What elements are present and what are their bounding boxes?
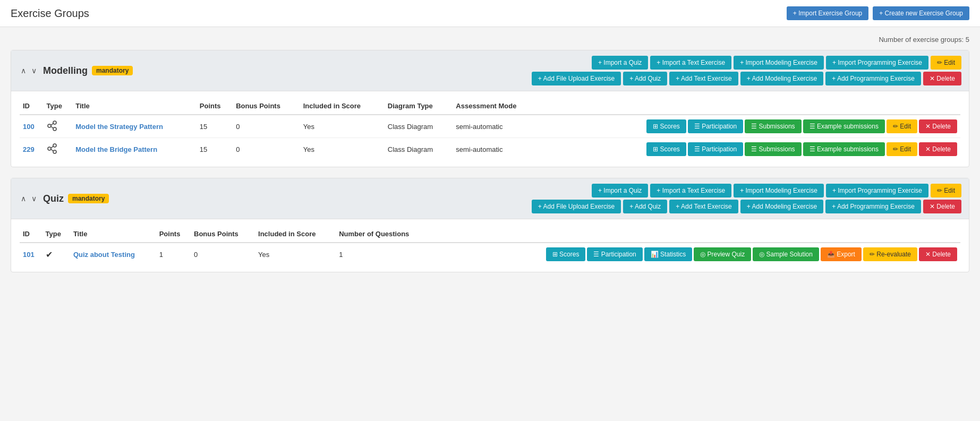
col-header-title: Title [70,226,156,243]
group-header-btn2-quiz-0[interactable]: + Add File Upload Exercise [532,200,621,213]
row-action-btn-0-3[interactable]: ◎ Preview Quiz [694,247,751,261]
svg-point-1 [53,121,56,124]
row-bonus-points: 0 [233,138,300,161]
row-action-btn-0-2[interactable]: 📊 Statistics [644,247,692,261]
row-included-in-score: Yes [300,138,385,161]
col-header-number-of-questions: Number of Questions [336,226,432,243]
row-action-btn-0-4[interactable]: ◎ Sample Solution [753,247,819,261]
group-header-btn2-quiz-3[interactable]: + Add Modeling Exercise [740,200,823,213]
row-id: 100 [20,115,44,138]
row-id: 229 [20,138,44,161]
row-included-in-score: Yes [300,115,385,138]
group-badge-modelling: mandatory [92,66,133,75]
row-action-btn-0-0[interactable]: ⊞ Scores [646,119,686,133]
row-action-btn-0-0[interactable]: ⊞ Scores [546,247,586,261]
group-title-quiz: Quiz [43,193,64,204]
group-title-modelling: Modelling [43,65,88,76]
group-header-btn2-modelling-3[interactable]: + Add Modeling Exercise [740,72,823,85]
create-group-button[interactable]: + Create new Exercise Group [873,6,969,20]
row-bonus-points: 0 [191,243,255,265]
row-action-btn-0-5[interactable]: ✕ Delete [919,119,957,133]
row-id: 101 [20,243,42,265]
group-header-btn2-modelling-5[interactable]: ✕ Delete [923,72,961,85]
group-header-btn2-quiz-5[interactable]: ✕ Delete [923,200,961,213]
col-header-included-in-score: Included in Score [300,98,385,115]
row-action-btn-0-3[interactable]: ☰ Example submissions [803,119,885,133]
row-action-btn-0-7[interactable]: ✕ Delete [919,247,957,261]
group-down-arrow-quiz[interactable]: ∨ [29,193,39,204]
svg-line-4 [51,126,53,128]
group-header-btn-modelling-3[interactable]: + Import Programming Exercise [826,56,928,70]
group-header-btn-quiz-0[interactable]: + Import a Quiz [592,184,648,197]
row-action-btn-0-1[interactable]: ☰ Participation [587,247,642,261]
row-title[interactable]: Quiz about Testing [70,243,156,265]
col-header-points: Points [197,98,233,115]
group-header-btn-modelling-2[interactable]: + Import Modeling Exercise [734,56,824,70]
svg-point-7 [53,150,56,153]
row-action-btn-1-4[interactable]: ✏ Edit [887,142,917,156]
svg-point-5 [48,147,51,150]
group-header-btn-modelling-0[interactable]: + Import a Quiz [592,56,648,70]
group-header-btn-quiz-3[interactable]: + Import Programming Exercise [826,184,928,197]
row-bonus-points: 0 [233,115,300,138]
group-header-btn2-modelling-2[interactable]: + Add Text Exercise [669,72,738,85]
group-down-arrow-modelling[interactable]: ∨ [29,65,39,76]
row-points: 15 [197,138,233,161]
row-action-btn-0-6[interactable]: ✏ Re-evaluate [863,247,917,261]
group-header-btn2-modelling-4[interactable]: + Add Programming Exercise [825,72,921,85]
svg-line-3 [51,123,53,125]
row-action-btn-1-0[interactable]: ⊞ Scores [646,142,686,156]
group-header-btn2-quiz-1[interactable]: + Add Quiz [623,200,667,213]
group-header-btn-modelling-1[interactable]: + Import a Text Exercise [650,56,731,70]
row-action-btn-1-2[interactable]: ☰ Submissions [745,142,801,156]
import-group-button[interactable]: + Import Exercise Group [787,6,868,20]
group-header-modelling: ∧∨Modellingmandatory+ Import a Quiz+ Imp… [11,50,969,91]
row-action-btn-0-2[interactable]: ☰ Submissions [745,119,801,133]
row-action-btn-1-3[interactable]: ☰ Example submissions [803,142,885,156]
row-type [44,115,73,138]
row-included-in-score: Yes [255,243,336,265]
row-num-questions: 1 [336,243,432,265]
table-row: 101✔Quiz about Testing10Yes1⊞ Scores☰ Pa… [20,243,960,265]
col-header-assessment-mode: Assessment Mode [453,98,541,115]
group-header-btn2-quiz-2[interactable]: + Add Text Exercise [669,200,738,213]
exercise-group-modelling: ∧∨Modellingmandatory+ Import a Quiz+ Imp… [11,50,969,167]
col-header-type: Type [42,226,70,243]
svg-point-6 [53,144,56,147]
row-assessment-mode: semi-automatic [453,115,541,138]
col-header-points: Points [156,226,191,243]
row-action-btn-1-1[interactable]: ☰ Participation [688,142,743,156]
group-up-arrow-modelling[interactable]: ∧ [19,65,28,76]
svg-point-2 [53,127,56,131]
group-header-quiz: ∧∨Quizmandatory+ Import a Quiz+ Import a… [11,178,969,219]
group-up-arrow-quiz[interactable]: ∧ [19,193,28,204]
col-header-id: ID [20,98,44,115]
group-badge-quiz: mandatory [68,194,109,203]
row-title[interactable]: Model the Bridge Pattern [72,138,197,161]
group-header-btn2-modelling-1[interactable]: + Add Quiz [623,72,667,85]
row-action-btn-0-5[interactable]: 📤 Export [821,247,862,261]
row-points: 15 [197,115,233,138]
table-row: 229Model the Bridge Pattern150YesClass D… [20,138,960,161]
col-header-included-in-score: Included in Score [255,226,336,243]
row-type: ✔ [42,243,70,265]
group-header-btn-modelling-4[interactable]: ✏ Edit [931,56,961,70]
group-header-btn2-modelling-0[interactable]: + Add File Upload Exercise [532,72,621,85]
exercise-group-quiz: ∧∨Quizmandatory+ Import a Quiz+ Import a… [11,178,969,272]
svg-point-0 [48,124,51,127]
row-title[interactable]: Model the Strategy Pattern [72,115,197,138]
row-action-btn-1-5[interactable]: ✕ Delete [919,142,957,156]
exercise-group-summary: Number of exercise groups: 5 [11,36,969,44]
col-header-bonus-points: Bonus Points [233,98,300,115]
row-action-btn-0-1[interactable]: ☰ Participation [688,119,743,133]
group-header-btn-quiz-1[interactable]: + Import a Text Exercise [650,184,731,197]
group-header-btn-quiz-2[interactable]: + Import Modeling Exercise [734,184,824,197]
col-header-type: Type [44,98,73,115]
row-action-btn-0-4[interactable]: ✏ Edit [887,119,917,133]
group-header-btn2-quiz-4[interactable]: + Add Programming Exercise [825,200,921,213]
header-buttons: + Import Exercise Group + Create new Exe… [787,6,969,20]
group-header-btn-quiz-4[interactable]: ✏ Edit [931,184,961,197]
table-row: 100Model the Strategy Pattern150YesClass… [20,115,960,138]
main-content: Number of exercise groups: 5 ∧∨Modelling… [0,27,980,291]
col-header-bonus-points: Bonus Points [191,226,255,243]
